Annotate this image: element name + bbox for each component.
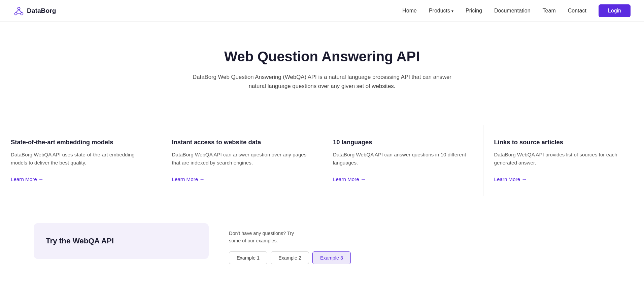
svg-point-1 xyxy=(15,12,17,15)
navbar: DataBorg Home Products Pricing Documenta… xyxy=(0,0,644,22)
feature-desc-source-links: DataBorg WebQA API provides list of sour… xyxy=(494,151,634,167)
feature-card-embedding: State-of-the-art embedding models DataBo… xyxy=(0,125,161,196)
nav-pricing[interactable]: Pricing xyxy=(466,8,482,13)
feature-card-website-data: Instant access to website data DataBorg … xyxy=(161,125,323,196)
feature-card-languages: 10 languages DataBorg WebQA API can answ… xyxy=(322,125,483,196)
nav-documentation[interactable]: Documentation xyxy=(494,8,531,13)
nav-links: Home Products Pricing Documentation Team… xyxy=(402,4,631,17)
example-button-1[interactable]: Example 1 xyxy=(229,251,267,264)
svg-line-3 xyxy=(16,9,19,12)
features-section: State-of-the-art embedding models DataBo… xyxy=(0,125,644,197)
feature-title-website-data: Instant access to website data xyxy=(172,139,311,146)
example-buttons: Example 1Example 2Example 3 xyxy=(229,251,351,264)
try-card: Try the WebQA API xyxy=(34,223,209,259)
nav-contact[interactable]: Contact xyxy=(568,8,586,13)
examples-hint: Don't have any questions? Try some of ou… xyxy=(229,230,296,244)
svg-point-0 xyxy=(18,7,20,9)
login-button[interactable]: Login xyxy=(599,4,631,17)
try-card-title: Try the WebQA API xyxy=(46,237,197,245)
hero-subtitle: DataBorg Web Question Answering (WebQA) … xyxy=(191,73,453,91)
learn-more-languages[interactable]: Learn More → xyxy=(333,176,366,182)
svg-line-4 xyxy=(19,9,22,12)
feature-card-source-links: Links to source articles DataBorg WebQA … xyxy=(483,125,644,196)
learn-more-source-links[interactable]: Learn More → xyxy=(494,176,527,182)
brand-name: DataBorg xyxy=(27,7,56,14)
learn-more-embedding[interactable]: Learn More → xyxy=(11,176,43,182)
hero-section: Web Question Answering API DataBorg Web … xyxy=(0,22,644,111)
svg-point-2 xyxy=(21,12,23,15)
feature-desc-embedding: DataBorg WebQA API uses state-of-the-art… xyxy=(11,151,150,167)
databorg-logo-icon xyxy=(13,5,24,16)
bottom-section: Try the WebQA API Don't have any questio… xyxy=(0,216,644,277)
hero-title: Web Question Answering API xyxy=(7,49,637,65)
feature-title-source-links: Links to source articles xyxy=(494,139,634,146)
feature-desc-languages: DataBorg WebQA API can answer questions … xyxy=(333,151,472,167)
feature-desc-website-data: DataBorg WebQA API can answer question o… xyxy=(172,151,311,167)
chevron-down-icon xyxy=(451,8,453,14)
nav-home[interactable]: Home xyxy=(402,8,417,13)
example-button-2[interactable]: Example 2 xyxy=(271,251,309,264)
feature-title-languages: 10 languages xyxy=(333,139,472,146)
brand-logo[interactable]: DataBorg xyxy=(13,5,56,16)
learn-more-website-data[interactable]: Learn More → xyxy=(172,176,205,182)
examples-area: Don't have any questions? Try some of ou… xyxy=(209,216,371,277)
feature-title-embedding: State-of-the-art embedding models xyxy=(11,139,150,146)
example-button-3[interactable]: Example 3 xyxy=(312,251,351,264)
nav-products[interactable]: Products xyxy=(429,8,453,14)
nav-team[interactable]: Team xyxy=(543,8,556,13)
